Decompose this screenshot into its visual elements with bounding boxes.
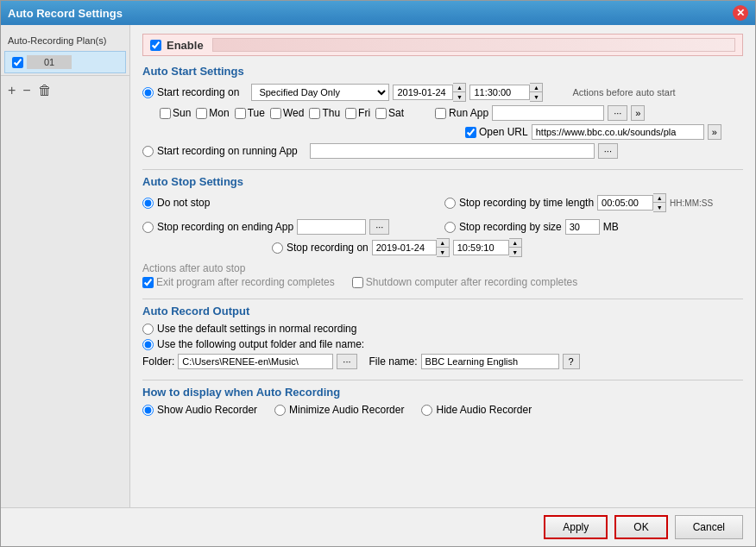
custom-output-row: Use the following output folder and file…: [142, 338, 743, 350]
run-app-checkbox[interactable]: [435, 108, 446, 119]
default-settings-radio[interactable]: [142, 324, 154, 335]
time-up-btn[interactable]: ▲: [530, 84, 542, 92]
apply-button[interactable]: Apply: [544, 515, 608, 539]
start-recording-radio-label[interactable]: Start recording on: [142, 86, 239, 98]
time-input[interactable]: [469, 85, 530, 100]
do-not-stop-radio[interactable]: [142, 198, 154, 209]
folder-input[interactable]: [178, 354, 333, 369]
do-not-stop-label[interactable]: Do not stop: [142, 197, 210, 209]
stop-app-input[interactable]: [297, 219, 366, 235]
mon-checkbox[interactable]: [196, 108, 207, 119]
stop-on-date-radio[interactable]: [272, 242, 283, 254]
show-recorder-radio-label[interactable]: Show Audio Recorder: [142, 404, 257, 416]
time-down-btn[interactable]: ▼: [530, 92, 542, 101]
start-on-app-label: Start recording on running App: [157, 145, 298, 157]
do-not-stop-row: Do not stop: [142, 193, 441, 212]
delete-plan-button[interactable]: 🗑: [38, 83, 52, 98]
shutdown-item: Shutdown computer after recording comple…: [352, 276, 577, 288]
days-row: Sun Mon Tue Wed: [160, 105, 743, 121]
run-app-ellipsis[interactable]: ···: [608, 105, 627, 121]
stop-size-input[interactable]: [565, 219, 600, 235]
stop-time-date-spinner: ▲ ▼: [453, 238, 522, 257]
enable-checkbox[interactable]: [150, 40, 161, 51]
hide-recorder-radio[interactable]: [421, 405, 432, 416]
file-help-btn[interactable]: ?: [563, 354, 580, 369]
auto-start-title: Auto Start Settings: [142, 65, 743, 78]
date-down-btn[interactable]: ▼: [453, 92, 465, 101]
ok-button[interactable]: OK: [614, 515, 667, 539]
stop-by-size-label[interactable]: Stop recording by size: [444, 221, 562, 233]
main-content: Auto-Recording Plan(s) 01 + − 🗑 Enable: [1, 25, 755, 507]
stop-by-time-radio[interactable]: [444, 198, 456, 209]
default-settings-radio-label[interactable]: Use the default settings in normal recor…: [142, 323, 356, 335]
date-up-btn[interactable]: ▲: [453, 84, 465, 92]
thu-checkbox[interactable]: [309, 108, 320, 119]
custom-output-radio-label[interactable]: Use the following output folder and file…: [142, 338, 364, 350]
bottom-bar: Apply OK Cancel: [1, 507, 755, 546]
stop-time-date-down-btn[interactable]: ▼: [509, 248, 521, 256]
stop-date-input[interactable]: [372, 240, 437, 255]
start-on-app-radio-label[interactable]: Start recording on running App: [142, 145, 298, 157]
fri-checkbox[interactable]: [345, 108, 356, 119]
custom-output-radio[interactable]: [142, 339, 154, 350]
minimize-recorder-radio[interactable]: [274, 405, 286, 416]
run-app-input[interactable]: [492, 105, 604, 121]
folder-ellipsis[interactable]: ···: [337, 354, 356, 369]
stop-date-down-btn[interactable]: ▼: [437, 248, 449, 256]
plan-checkbox[interactable]: [12, 57, 23, 68]
remove-plan-button[interactable]: −: [22, 83, 30, 98]
day-mon: Mon: [196, 107, 229, 119]
stop-time-down-btn[interactable]: ▼: [653, 203, 665, 211]
running-app-input[interactable]: [310, 143, 595, 159]
open-url-arrow[interactable]: »: [708, 124, 721, 140]
stop-time-date-input[interactable]: [453, 240, 509, 255]
tue-checkbox[interactable]: [235, 108, 246, 119]
start-recording-radio[interactable]: [142, 87, 154, 98]
stop-time-date-up-btn[interactable]: ▲: [509, 239, 521, 248]
file-input[interactable]: [421, 354, 559, 369]
stop-on-app-radio-label[interactable]: Stop recording on ending App: [142, 221, 293, 233]
running-app-ellipsis[interactable]: ···: [598, 143, 618, 159]
stop-by-size-radio[interactable]: [444, 222, 456, 233]
open-url-input[interactable]: [532, 124, 704, 140]
shutdown-checkbox[interactable]: [352, 277, 363, 288]
hide-recorder-radio-label[interactable]: Hide Audio Recorder: [421, 404, 532, 416]
date-input[interactable]: [393, 85, 453, 100]
wed-checkbox[interactable]: [270, 108, 281, 119]
exit-program-checkbox[interactable]: [142, 277, 154, 288]
content-area: Enable Auto Start Settings Start recordi…: [130, 25, 755, 507]
stop-time-input[interactable]: [597, 195, 653, 211]
start-on-app-radio[interactable]: [142, 146, 154, 157]
day-tue: Tue: [235, 107, 265, 119]
run-app-arrow[interactable]: »: [631, 105, 645, 121]
cancel-button[interactable]: Cancel: [675, 515, 743, 539]
exit-program-label: Exit program after recording completes: [156, 276, 335, 288]
add-plan-button[interactable]: +: [8, 83, 16, 98]
day-thu: Thu: [309, 107, 340, 119]
stop-on-app-radio[interactable]: [142, 222, 154, 233]
enable-label: Enable: [167, 39, 204, 52]
stop-app-ellipsis[interactable]: ···: [369, 219, 389, 235]
stop-date-up-btn[interactable]: ▲: [437, 239, 449, 248]
minimize-recorder-radio-label[interactable]: Minimize Audio Recorder: [274, 404, 404, 416]
run-app-label: Run App: [449, 107, 488, 119]
wed-label: Wed: [283, 107, 304, 119]
sun-checkbox[interactable]: [160, 108, 171, 119]
default-settings-row: Use the default settings in normal recor…: [142, 323, 743, 335]
stop-date-spinner: ▲ ▼: [372, 238, 450, 257]
stop-on-date-radio-label[interactable]: Stop recording on: [272, 242, 369, 254]
display-title: How to display when Auto Recording: [142, 386, 743, 399]
sat-checkbox[interactable]: [375, 108, 387, 119]
enable-row: Enable: [142, 34, 743, 56]
stop-by-time-label[interactable]: Stop recording by time length: [444, 197, 594, 209]
show-recorder-radio[interactable]: [142, 405, 154, 416]
start-on-app-row: Start recording on running App ···: [142, 143, 743, 159]
show-recorder-label: Show Audio Recorder: [157, 404, 257, 416]
open-url-checkbox[interactable]: [465, 127, 476, 138]
stop-time-up-btn[interactable]: ▲: [653, 194, 665, 203]
mon-label: Mon: [209, 107, 229, 119]
sidebar-plan-item[interactable]: 01: [4, 51, 126, 73]
close-button[interactable]: ✕: [733, 5, 748, 21]
recording-type-dropdown[interactable]: Specified Day Only: [251, 84, 389, 101]
actions-before-label: Actions before auto start: [572, 87, 675, 97]
